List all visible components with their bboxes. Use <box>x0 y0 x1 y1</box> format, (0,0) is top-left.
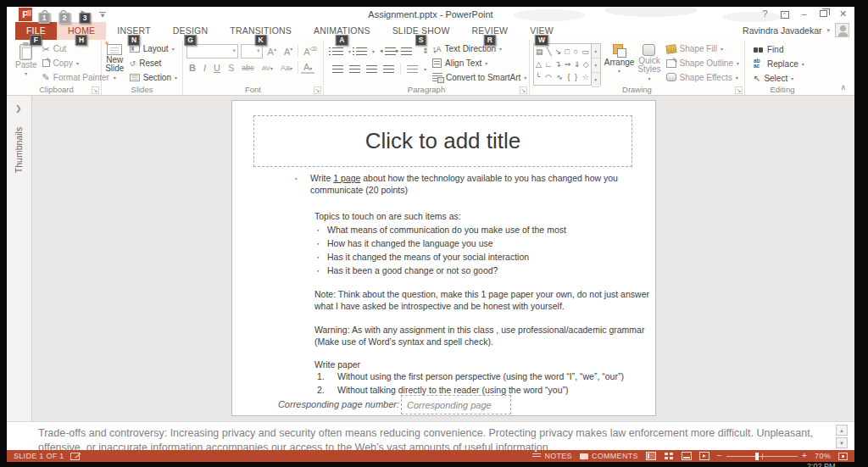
right-brace-shape-icon[interactable]: } <box>575 71 577 83</box>
columns-button[interactable] <box>407 65 418 73</box>
line-shape-icon[interactable]: ╲ <box>547 46 551 58</box>
align-left-button[interactable] <box>332 65 343 73</box>
callout-shape-icon[interactable]: ◇ <box>583 58 589 70</box>
slide-canvas[interactable]: Click to add title ▪ Write 1 page about … <box>32 96 854 421</box>
normal-view-button[interactable] <box>646 452 656 460</box>
rounded-rect-shape-icon[interactable]: ▭ <box>581 46 589 58</box>
tab-view[interactable]: VIEWW <box>519 22 565 40</box>
corresponding-page-field[interactable]: Corresponding page <box>401 395 511 414</box>
shape-outline-button[interactable]: Shape Outline▾ <box>665 57 741 70</box>
proofing-status-icon[interactable] <box>70 453 80 460</box>
restore-button[interactable] <box>814 7 833 21</box>
slideshow-view-button[interactable] <box>699 452 709 460</box>
shapes-gallery[interactable]: ▤ ╲ ↘ □ ○ ▭ △ ∟ ↴ ⇒ ⇓ <box>533 43 601 86</box>
align-right-button[interactable] <box>366 65 377 73</box>
notes-text[interactable]: Trade-offs and controversy: Increasing p… <box>38 426 822 450</box>
text-shadow-button[interactable]: S <box>225 63 236 73</box>
font-color-button[interactable]: A▾ <box>301 62 314 74</box>
avatar[interactable] <box>835 23 849 37</box>
shape-effects-button[interactable]: Shape Effects▾ <box>665 70 741 84</box>
underline-button[interactable]: U <box>211 63 223 73</box>
left-brace-shape-icon[interactable]: { <box>568 71 570 83</box>
bold-button[interactable]: B <box>186 63 198 73</box>
curve-shape-icon[interactable]: ∿ <box>556 71 563 83</box>
drawing-dialog-launcher[interactable]: ↘ <box>735 86 743 94</box>
reading-view-button[interactable] <box>682 452 692 460</box>
strikethrough-button[interactable]: abc <box>239 64 257 72</box>
paragraph-dialog-launcher[interactable]: ↘ <box>520 86 527 94</box>
zoom-in-icon[interactable]: + <box>802 452 807 460</box>
star-shape-icon[interactable]: ☆ <box>582 71 589 83</box>
reset-button[interactable]: ↺Reset <box>128 57 179 70</box>
new-slide-button[interactable]: NewSlide ▾ <box>105 42 125 84</box>
start-from-beginning-button[interactable]: ▶3 <box>78 8 92 21</box>
italic-button[interactable]: I <box>201 63 209 73</box>
increase-indent-button[interactable] <box>401 47 412 55</box>
shapes-scroll-down-icon[interactable]: ▼ <box>592 58 600 73</box>
zoom-out-icon[interactable]: − <box>717 452 722 460</box>
font-name-combo[interactable] <box>186 44 238 58</box>
shape-fill-button[interactable]: Shape Fill▾ <box>665 42 741 56</box>
clipboard-dialog-launcher[interactable]: ↘ <box>92 86 99 94</box>
character-spacing-button[interactable]: AV▾ <box>259 64 275 72</box>
format-painter-button[interactable]: ✎Format Painter <box>41 70 111 84</box>
customize-qat-button[interactable]: ▼ <box>98 9 107 19</box>
rectangle-shape-icon[interactable]: □ <box>565 46 570 58</box>
minimize-button[interactable]: – <box>794 7 814 21</box>
right-arrow-shape-icon[interactable]: ⇒ <box>565 58 571 70</box>
arc-shape-icon[interactable]: ◠ <box>545 71 552 83</box>
shapes-scroll-up-icon[interactable]: ▲ <box>592 44 600 58</box>
ribbon-display-options-button[interactable]: ⌃ <box>775 7 794 21</box>
undo-button[interactable]: ↶1 <box>37 8 51 21</box>
down-arrow-shape-icon[interactable]: ⇓ <box>574 58 581 70</box>
shapes-gallery-scrollbar[interactable]: ▲ ▼ ▼ <box>591 44 600 85</box>
paste-dropdown-icon[interactable]: ▾ <box>25 70 27 76</box>
notes-scroll-down-icon[interactable]: ▼ <box>836 437 848 448</box>
tab-review[interactable]: REVIEWR <box>461 22 520 40</box>
arrange-button[interactable]: Arrange ▾ <box>604 42 635 84</box>
thumbnails-pane-collapsed[interactable]: ❯ Thumbnails <box>7 96 32 421</box>
account-area[interactable]: Ravindra Javadekar ▾ <box>743 23 849 37</box>
find-button[interactable]: Find <box>752 42 816 56</box>
notes-scroll-up-icon[interactable]: ▲ <box>836 425 848 436</box>
zoom-level[interactable]: 70% <box>815 452 831 460</box>
tab-file[interactable]: FILEF <box>15 22 57 40</box>
font-size-combo[interactable] <box>241 44 263 58</box>
grow-font-button[interactable]: A▴ <box>265 46 279 57</box>
text-direction-button[interactable]: ↕AText Direction▾ <box>431 42 528 56</box>
zoom-slider-thumb[interactable] <box>755 453 759 460</box>
align-text-button[interactable]: Align Text▾ <box>431 57 528 70</box>
textbox-shape-icon[interactable]: ▤ <box>536 46 543 58</box>
help-button[interactable]: ? <box>755 7 775 21</box>
elbow-connector-icon[interactable]: ∟ <box>544 58 552 70</box>
zoom-slider[interactable] <box>726 456 798 457</box>
tab-home[interactable]: HOMEH <box>57 22 106 40</box>
decrease-indent-button[interactable] <box>385 47 396 55</box>
quick-styles-button[interactable]: QuickStyles ▾ <box>637 42 660 84</box>
slide-sorter-view-button[interactable] <box>664 452 674 460</box>
freeform-shape-icon[interactable]: ╰ <box>536 71 540 83</box>
slide[interactable]: Click to add title ▪ Write 1 page about … <box>231 100 656 416</box>
change-case-button[interactable]: Aa▾ <box>278 64 295 72</box>
line-spacing-button[interactable]: ⇕ <box>422 46 429 56</box>
redo-button[interactable]: ↷2 <box>58 8 71 21</box>
select-button[interactable]: ↖Select▾ <box>752 71 816 85</box>
fit-slide-to-window-icon[interactable] <box>838 453 848 460</box>
font-dialog-launcher[interactable]: ↘ <box>314 86 321 94</box>
bullets-button[interactable] <box>332 47 343 55</box>
oval-shape-icon[interactable]: ○ <box>573 46 577 58</box>
clear-formatting-button[interactable]: A⌫ <box>301 46 320 57</box>
section-button[interactable]: Section▾ <box>128 70 179 84</box>
paste-button[interactable]: Paste ▾ <box>15 42 37 84</box>
collapse-ribbon-icon[interactable]: ∧ <box>840 83 846 92</box>
convert-smartart-button[interactable]: Convert to SmartArt▾ <box>431 70 528 84</box>
body-placeholder[interactable]: ▪ Write 1 page about how the technology … <box>232 101 655 415</box>
tab-slideshow[interactable]: SLIDE SHOWS <box>381 22 461 40</box>
user-dropdown-icon[interactable]: ▾ <box>826 27 830 34</box>
expand-thumbnails-icon[interactable]: ❯ <box>15 104 22 113</box>
numbering-button[interactable] <box>356 47 367 55</box>
tab-design[interactable]: DESIGNG <box>162 22 219 40</box>
tab-transitions[interactable]: TRANSITIONSK <box>219 22 303 40</box>
close-button[interactable]: ✕ <box>833 7 853 21</box>
replace-button[interactable]: abacReplace▾ <box>752 57 816 70</box>
